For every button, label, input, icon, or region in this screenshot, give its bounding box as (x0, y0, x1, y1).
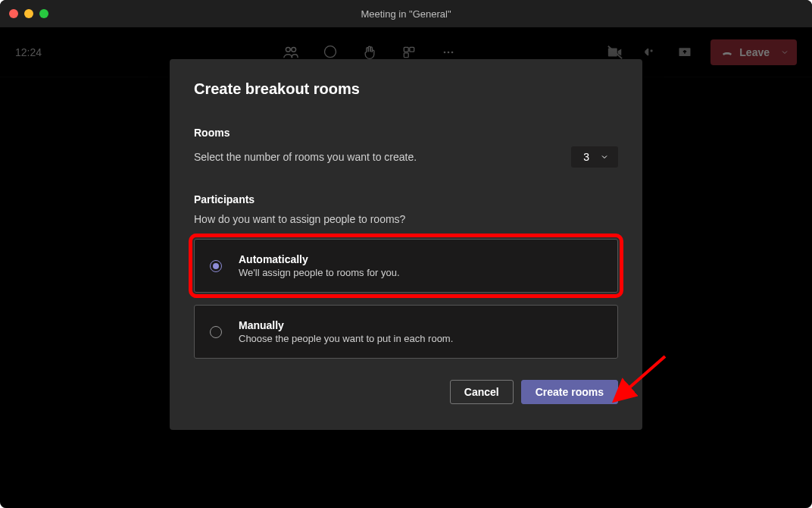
create-rooms-button[interactable]: Create rooms (521, 380, 618, 404)
svg-point-8 (451, 51, 453, 53)
fullscreen-window-button[interactable] (39, 9, 48, 18)
meeting-timer: 12:24 (15, 46, 42, 58)
app-window: Meeting in "General" 12:24 (0, 0, 812, 508)
option-automatically-title: Automatically (239, 253, 400, 265)
hang-up-icon (721, 46, 733, 58)
leave-button-label: Leave (739, 46, 770, 58)
chat-icon[interactable] (321, 43, 339, 61)
people-icon[interactable] (282, 43, 300, 61)
svg-rect-4 (410, 47, 414, 52)
svg-point-6 (443, 51, 445, 53)
window-title: Meeting in "General" (0, 8, 812, 20)
minimize-window-button[interactable] (24, 9, 33, 18)
leave-button[interactable]: Leave (710, 39, 797, 65)
option-automatically-sub: We'll assign people to rooms for you. (239, 267, 400, 278)
participants-section-desc: How do you want to assign people to room… (194, 213, 618, 225)
mic-off-icon[interactable] (641, 43, 659, 61)
chevron-down-icon (780, 48, 789, 57)
cancel-button[interactable]: Cancel (450, 380, 514, 404)
rooms-section-label: Rooms (194, 127, 618, 139)
room-count-select[interactable]: 3 (571, 146, 618, 168)
svg-rect-3 (404, 47, 408, 52)
camera-off-icon[interactable] (606, 43, 624, 61)
dialog-title: Create breakout rooms (194, 80, 618, 98)
svg-rect-5 (404, 52, 408, 57)
room-count-value: 3 (583, 151, 589, 163)
chevron-down-icon (600, 152, 609, 161)
breakout-rooms-icon[interactable] (400, 43, 418, 61)
raise-hand-icon[interactable] (361, 43, 379, 61)
svg-point-1 (291, 47, 295, 52)
share-screen-icon[interactable] (676, 43, 694, 61)
create-breakout-rooms-dialog: Create breakout rooms Rooms Select the n… (170, 59, 642, 430)
radio-manually[interactable] (210, 326, 222, 338)
option-manually-sub: Choose the people you want to put in eac… (239, 333, 453, 344)
close-window-button[interactable] (9, 9, 18, 18)
toolbar-center-group (282, 43, 458, 61)
option-manually[interactable]: Manually Choose the people you want to p… (194, 305, 618, 359)
radio-automatically[interactable] (210, 260, 222, 272)
titlebar: Meeting in "General" (0, 0, 812, 27)
dialog-actions: Cancel Create rooms (194, 380, 618, 404)
rooms-section-desc: Select the number of rooms you want to c… (194, 151, 417, 163)
participants-section-label: Participants (194, 193, 618, 205)
mac-traffic-lights (9, 9, 48, 18)
option-automatically[interactable]: Automatically We'll assign people to roo… (194, 239, 618, 293)
more-actions-icon[interactable] (439, 43, 458, 61)
option-manually-title: Manually (239, 319, 453, 331)
svg-point-7 (447, 51, 449, 53)
svg-point-0 (286, 47, 290, 52)
